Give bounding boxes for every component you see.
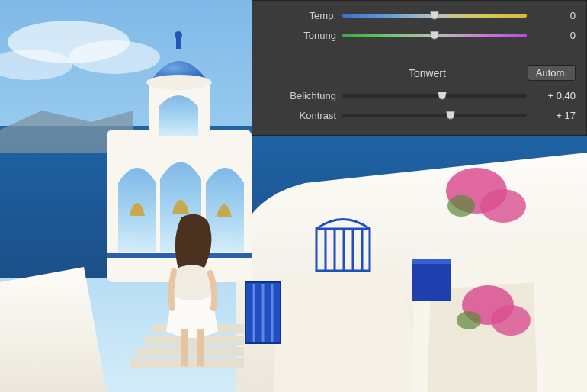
exposure-thumb[interactable]	[437, 91, 447, 100]
svg-rect-6	[137, 347, 244, 356]
temperature-thumb[interactable]	[429, 11, 440, 20]
svg-point-2	[69, 40, 160, 74]
exposure-row: Belichtung + 0,40	[252, 85, 586, 105]
develop-panel: Temp. 0 Tonung 0 Tonwert Autom. Belichtu…	[252, 0, 587, 136]
svg-rect-27	[412, 259, 451, 264]
svg-point-11	[146, 75, 212, 90]
svg-point-33	[457, 311, 481, 329]
tint-label: Tonung	[258, 30, 342, 41]
contrast-thumb[interactable]	[445, 111, 456, 120]
contrast-slider[interactable]	[342, 108, 527, 123]
exposure-value[interactable]: + 0,40	[527, 90, 576, 101]
tone-section-title: Tonwert	[327, 67, 528, 79]
exposure-track	[342, 94, 527, 98]
svg-point-13	[175, 31, 182, 39]
svg-rect-12	[176, 38, 181, 49]
svg-rect-26	[412, 259, 451, 301]
tone-section-header: Tonwert Autom.	[252, 57, 586, 85]
contrast-track	[342, 114, 527, 117]
tint-thumb[interactable]	[429, 31, 440, 40]
svg-point-32	[447, 195, 475, 217]
contrast-label: Kontrast	[258, 110, 342, 121]
svg-point-29	[480, 189, 526, 223]
contrast-row: Kontrast + 17	[252, 105, 586, 125]
svg-rect-35	[197, 329, 204, 366]
exposure-slider[interactable]	[342, 88, 527, 103]
auto-tone-button[interactable]: Autom.	[528, 65, 576, 81]
contrast-value[interactable]: + 17	[527, 110, 576, 121]
temperature-row: Temp. 0	[252, 5, 586, 25]
exposure-label: Belichtung	[258, 90, 342, 101]
svg-point-31	[491, 305, 531, 336]
temperature-value[interactable]: 0	[527, 10, 576, 21]
tint-value[interactable]: 0	[527, 30, 576, 41]
temperature-slider[interactable]	[342, 8, 527, 23]
tint-slider[interactable]	[342, 27, 527, 43]
tint-row: Tonung 0	[252, 25, 586, 45]
svg-rect-34	[181, 329, 188, 366]
temperature-label: Temp.	[258, 10, 342, 21]
